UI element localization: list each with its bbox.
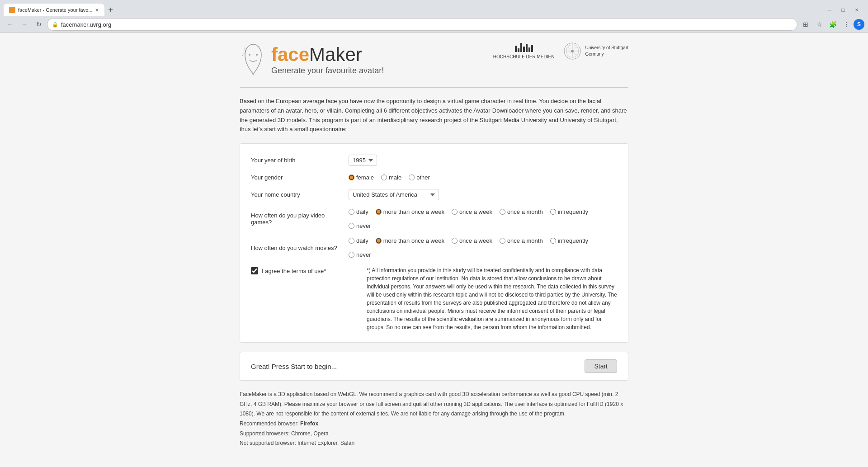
main-container: faceMaker Generate your favourite avatar… — [231, 42, 637, 448]
gender-other-label[interactable]: other — [416, 174, 430, 181]
games-infrequently-group: infrequently — [550, 208, 588, 215]
movies-infrequently-radio[interactable] — [550, 238, 556, 244]
hdm-bar-5 — [526, 44, 528, 52]
logo-maker-text: Maker — [309, 44, 362, 65]
games-daily-label[interactable]: daily — [356, 208, 368, 215]
hdm-bar-6 — [528, 47, 530, 52]
games-infrequently-label[interactable]: infrequently — [558, 208, 588, 215]
games-infrequently-radio[interactable] — [550, 209, 556, 215]
close-window-button[interactable]: × — [851, 6, 863, 14]
movies-morethanonce-radio[interactable] — [376, 238, 382, 244]
address-bar[interactable]: 🔒 facemaker.uvrg.org — [47, 18, 797, 31]
profile-button[interactable]: S — [854, 19, 864, 30]
country-row: Your home country United States of Ameri… — [251, 189, 617, 200]
hdm-logo: HOCHSCHULE DER MEDIEN — [493, 43, 555, 60]
movies-infrequently-label[interactable]: infrequently — [558, 237, 588, 244]
agree-row: I agree the terms of use* *) All informa… — [251, 266, 617, 331]
gender-female-label[interactable]: female — [356, 174, 374, 181]
great-text: Great! Press Start to begin... — [251, 363, 337, 370]
movies-never-radio[interactable] — [349, 252, 354, 258]
logo-face-text: face — [271, 44, 309, 65]
gender-controls: female male other — [349, 174, 430, 181]
back-button[interactable]: ← — [4, 18, 16, 31]
movies-morethanonce-label[interactable]: more than once a week — [383, 237, 444, 244]
agree-label[interactable]: I agree the terms of use* — [262, 268, 326, 274]
gender-male-radio[interactable] — [381, 175, 387, 180]
hdm-bar-4 — [523, 47, 525, 52]
agree-left: I agree the terms of use* — [251, 266, 358, 274]
games-never-group: never — [349, 222, 371, 229]
movies-onceweek-label[interactable]: once a week — [459, 237, 492, 244]
forward-button[interactable]: → — [18, 18, 31, 31]
games-daily-radio[interactable] — [349, 209, 354, 215]
birth-year-controls: 1995 199019911992 199319941996 199719981… — [349, 155, 377, 166]
birth-year-select[interactable]: 1995 199019911992 199319941996 199719981… — [349, 155, 377, 166]
movies-infrequently-group: infrequently — [550, 237, 588, 244]
menu-button[interactable]: ⋮ — [840, 18, 853, 31]
hdm-bar-1 — [515, 46, 517, 52]
movies-daily-label[interactable]: daily — [356, 237, 368, 244]
movies-never-label[interactable]: never — [356, 251, 371, 258]
bookmark-button[interactable]: ☆ — [813, 18, 826, 31]
logo-subtitle: Generate your favourite avatar! — [271, 66, 384, 75]
movies-oncemonth-label[interactable]: once a month — [507, 237, 543, 244]
movies-oncemonth-radio[interactable] — [500, 238, 505, 244]
logo-text-block: faceMaker Generate your favourite avatar… — [271, 45, 384, 75]
puzzle-icon[interactable]: 🧩 — [826, 18, 839, 31]
gender-other-radio[interactable] — [409, 175, 415, 180]
window-controls: ─ □ × — [824, 6, 864, 14]
start-button[interactable]: Start — [585, 359, 617, 373]
games-onceweek-radio[interactable] — [452, 209, 458, 215]
hdm-bar-7 — [531, 45, 533, 52]
lock-icon: 🔒 — [52, 22, 58, 28]
games-row: How often do you play video games? daily… — [251, 208, 617, 229]
gender-female-group: female — [349, 174, 374, 181]
games-morethanonce-radio[interactable] — [376, 209, 382, 215]
intro-text: Based on the European average face you h… — [240, 97, 628, 134]
footer-browser-name: Firefox — [300, 420, 318, 427]
active-tab[interactable]: faceMaker - Generate your favo... × — [4, 4, 104, 16]
movies-onceweek-group: once a week — [452, 237, 492, 244]
maximize-button[interactable]: □ — [837, 6, 849, 14]
games-never-radio[interactable] — [349, 223, 354, 229]
games-oncemonth-radio[interactable] — [500, 209, 505, 215]
url-text: facemaker.uvrg.org — [61, 21, 793, 28]
extensions-button[interactable]: ⊞ — [799, 18, 812, 31]
hdm-bar-3 — [520, 43, 522, 52]
gender-male-label[interactable]: male — [389, 174, 401, 181]
svg-point-1 — [256, 54, 258, 56]
gender-row: Your gender female male other — [251, 174, 617, 181]
birth-year-row: Your year of birth 1995 199019911992 199… — [251, 155, 617, 166]
games-label: How often do you play video games? — [251, 212, 341, 226]
minimize-button[interactable]: ─ — [824, 6, 835, 14]
header-divider — [240, 87, 628, 88]
agree-checkbox[interactable] — [251, 267, 258, 274]
movies-daily-radio[interactable] — [349, 238, 354, 244]
movies-morethanonce-group: more than once a week — [376, 237, 444, 244]
country-select[interactable]: United States of America Germany France … — [349, 189, 439, 200]
birth-year-label: Your year of birth — [251, 157, 341, 164]
logo-title: faceMaker — [271, 45, 384, 64]
gender-other-group: other — [409, 174, 430, 181]
movies-never-group: never — [349, 251, 371, 258]
hdm-bar-2 — [518, 48, 519, 52]
logo-section: faceMaker Generate your favourite avatar… — [240, 42, 384, 78]
movies-daily-group: daily — [349, 237, 368, 244]
uni-text: University of Stuttgart Germany — [585, 45, 628, 57]
movies-onceweek-radio[interactable] — [452, 238, 458, 244]
games-never-label[interactable]: never — [356, 222, 371, 229]
gender-female-radio[interactable] — [349, 175, 354, 180]
games-oncemonth-group: once a month — [500, 208, 543, 215]
footer-recommended-browser: Recommended browser: Firefox — [240, 419, 628, 429]
tab-bar: faceMaker - Generate your favo... × + ─ … — [0, 0, 868, 16]
games-oncemonth-label[interactable]: once a month — [507, 208, 543, 215]
new-tab-button[interactable]: + — [104, 4, 117, 16]
tab-close-button[interactable]: × — [95, 7, 99, 13]
games-onceweek-group: once a week — [452, 208, 492, 215]
games-morethanonce-label[interactable]: more than once a week — [383, 208, 444, 215]
reload-button[interactable]: ↻ — [33, 18, 45, 31]
gender-label: Your gender — [251, 174, 341, 181]
footer-supported-browsers: Supported browsers: Chrome, Opera — [240, 429, 628, 439]
games-onceweek-label[interactable]: once a week — [459, 208, 492, 215]
footer-not-supported-browsers: Not supported browser: Internet Explorer… — [240, 439, 628, 448]
